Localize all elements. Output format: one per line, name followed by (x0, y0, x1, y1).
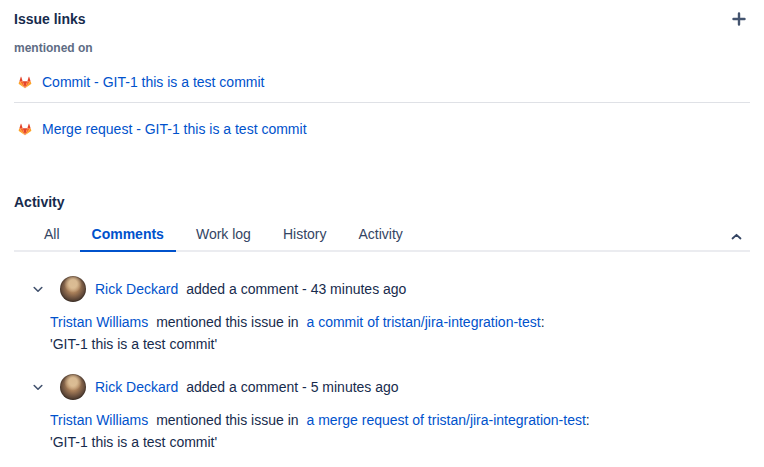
activity-tabstrip: All Comments Work log History Activity (14, 220, 750, 252)
comment-body: Tristan Williams mentioned this issue in… (50, 409, 764, 453)
tab-history[interactable]: History (271, 220, 339, 252)
merge-request-link[interactable]: a merge request of tristan/jira-integrat… (306, 412, 585, 428)
comment-body-text: mentioned this issue in (156, 412, 298, 428)
avatar[interactable] (60, 276, 86, 302)
issue-links-title: Issue links (14, 11, 86, 27)
author-link[interactable]: Rick Deckard (95, 281, 178, 297)
comment-body-line: Tristan Williams mentioned this issue in… (50, 311, 764, 333)
add-issue-link-button[interactable] (728, 8, 750, 30)
tab-comments[interactable]: Comments (80, 220, 176, 252)
mention-user-link[interactable]: Tristan Williams (50, 412, 148, 428)
issue-link-commit[interactable]: Commit - GIT-1 this is a test commit (42, 74, 264, 90)
comment-header: Rick Deckard added a comment - 5 minutes… (0, 374, 764, 400)
comment-quote-line: 'GIT-1 this is a test commit' (50, 431, 764, 453)
issue-links-group-label: mentioned on (14, 41, 93, 55)
comment-item: Rick Deckard added a comment - 43 minute… (0, 276, 764, 355)
author-link[interactable]: Rick Deckard (95, 379, 178, 395)
comment-action-text: added a comment - 43 minutes ago (186, 281, 406, 297)
comment-quote-line: 'GIT-1 this is a test commit' (50, 333, 764, 355)
jira-issue-panel: Issue links mentioned on Commit - GIT-1 … (0, 0, 764, 467)
plus-icon (732, 12, 746, 26)
chevron-up-icon (731, 233, 742, 240)
collapse-comment-button[interactable] (30, 281, 46, 297)
comment-body-colon: : (541, 314, 545, 330)
issue-link-row: Commit - GIT-1 this is a test commit (14, 63, 750, 101)
divider (14, 102, 750, 103)
collapse-comment-button[interactable] (30, 379, 46, 395)
comment-header: Rick Deckard added a comment - 43 minute… (0, 276, 764, 302)
gitlab-icon (14, 119, 36, 140)
avatar[interactable] (60, 374, 86, 400)
comment-body: Tristan Williams mentioned this issue in… (50, 311, 764, 355)
comment-meta: Rick Deckard added a comment - 43 minute… (95, 281, 406, 297)
issue-link-row: Merge request - GIT-1 this is a test com… (14, 110, 750, 148)
chevron-down-icon (33, 384, 43, 391)
tab-work-log[interactable]: Work log (184, 220, 263, 252)
comment-meta: Rick Deckard added a comment - 5 minutes… (95, 379, 399, 395)
gitlab-icon (14, 72, 36, 93)
comment-body-text: mentioned this issue in (156, 314, 298, 330)
comment-item: Rick Deckard added a comment - 5 minutes… (0, 374, 764, 453)
tab-activity[interactable]: Activity (346, 220, 414, 252)
comment-body-line: Tristan Williams mentioned this issue in… (50, 409, 764, 431)
comment-body-colon: : (586, 412, 590, 428)
activity-title: Activity (14, 194, 65, 210)
comment-action-text: added a comment - 5 minutes ago (186, 379, 398, 395)
collapse-activity-button[interactable] (726, 228, 746, 244)
commit-link[interactable]: a commit of tristan/jira-integration-tes… (306, 314, 540, 330)
mention-user-link[interactable]: Tristan Williams (50, 314, 148, 330)
issue-link-merge-request[interactable]: Merge request - GIT-1 this is a test com… (42, 121, 307, 137)
chevron-down-icon (33, 286, 43, 293)
tab-all[interactable]: All (32, 220, 72, 252)
